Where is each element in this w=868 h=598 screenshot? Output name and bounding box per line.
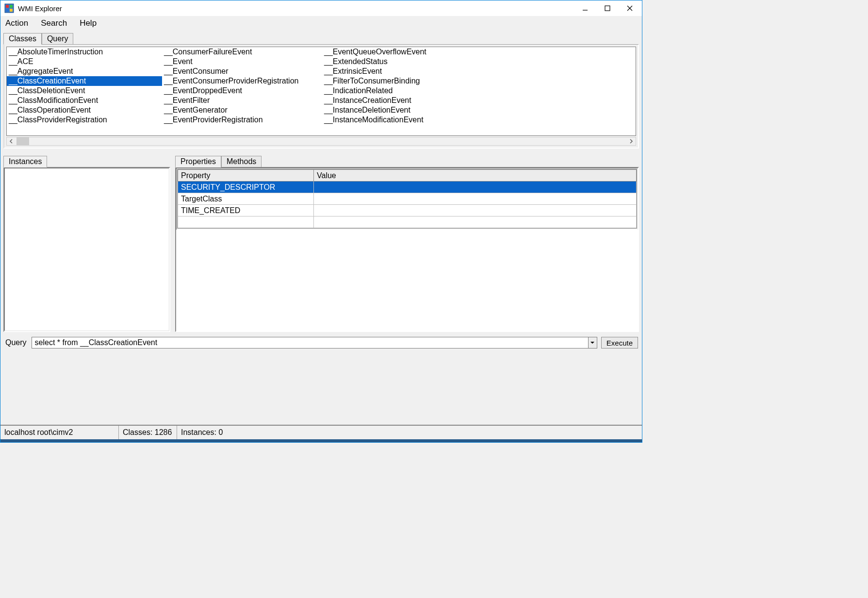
classes-list[interactable]: __AbsoluteTimerInstruction__ACE__Aggrega… bbox=[6, 47, 636, 136]
properties-empty-area bbox=[176, 230, 638, 331]
menu-action[interactable]: Action bbox=[3, 17, 30, 29]
cell-value bbox=[314, 193, 637, 205]
col-property[interactable]: Property bbox=[178, 170, 314, 182]
table-row[interactable]: SECURITY_DESCRIPTOR bbox=[178, 182, 637, 193]
class-item[interactable]: __EventQueueOverflowEvent bbox=[322, 47, 487, 57]
class-item[interactable]: __InstanceCreationEvent bbox=[322, 96, 487, 105]
chevron-down-icon bbox=[590, 340, 595, 345]
menu-search[interactable]: Search bbox=[39, 17, 69, 29]
cell-value bbox=[314, 205, 637, 216]
class-item[interactable]: __ClassOperationEvent bbox=[7, 105, 162, 115]
scroll-thumb[interactable] bbox=[16, 137, 29, 145]
col-value[interactable]: Value bbox=[314, 170, 637, 182]
svg-rect-6 bbox=[605, 6, 610, 11]
window-title: WMI Explorer bbox=[18, 4, 62, 13]
class-item[interactable]: __EventConsumer bbox=[162, 66, 322, 76]
classes-hscrollbar[interactable] bbox=[6, 137, 636, 146]
query-row: Query select * from __ClassCreationEvent… bbox=[3, 336, 639, 350]
status-classes-count: Classes: 1286 bbox=[119, 426, 177, 439]
svg-rect-3 bbox=[6, 9, 9, 12]
class-item[interactable]: __InstanceDeletionEvent bbox=[322, 105, 487, 115]
execute-button[interactable]: Execute bbox=[601, 337, 638, 349]
tab-classes[interactable]: Classes bbox=[3, 33, 42, 45]
tab-instances[interactable]: Instances bbox=[3, 156, 47, 167]
class-item[interactable]: __ClassModificationEvent bbox=[7, 96, 162, 105]
class-item[interactable]: __AbsoluteTimerInstruction bbox=[7, 47, 162, 57]
scroll-left-icon[interactable] bbox=[7, 137, 16, 145]
cell-property: TargetClass bbox=[178, 193, 314, 205]
query-label: Query bbox=[4, 338, 28, 347]
class-item[interactable]: __FilterToConsumerBinding bbox=[322, 76, 487, 86]
query-combo[interactable]: select * from __ClassCreationEvent bbox=[32, 337, 597, 349]
class-item[interactable]: __ConsumerFailureEvent bbox=[162, 47, 322, 57]
cell-property: SECURITY_DESCRIPTOR bbox=[178, 182, 314, 193]
class-item[interactable]: __ClassDeletionEvent bbox=[7, 86, 162, 96]
tab-query[interactable]: Query bbox=[42, 33, 74, 44]
minimize-button[interactable] bbox=[574, 1, 596, 16]
table-row[interactable]: TargetClass bbox=[178, 193, 637, 205]
maximize-button[interactable] bbox=[596, 1, 619, 16]
class-item[interactable]: __EventFilter bbox=[162, 96, 322, 105]
status-host-namespace: localhost root\cimv2 bbox=[0, 426, 119, 439]
cell-property: TIME_CREATED bbox=[178, 205, 314, 216]
class-item[interactable]: __EventConsumerProviderRegistration bbox=[162, 76, 322, 86]
properties-table[interactable]: Property Value SECURITY_DESCRIPTORTarget… bbox=[178, 169, 637, 228]
properties-panel: Property Value SECURITY_DESCRIPTORTarget… bbox=[175, 167, 639, 332]
bottom-border bbox=[0, 439, 642, 442]
app-window: WMI Explorer Action Search Help Classes … bbox=[0, 0, 642, 443]
class-column: __EventQueueOverflowEvent__ExtendedStatu… bbox=[322, 47, 487, 125]
close-button[interactable] bbox=[619, 1, 641, 16]
query-input[interactable]: select * from __ClassCreationEvent bbox=[32, 337, 588, 348]
cell-value bbox=[314, 216, 637, 228]
titlebar: WMI Explorer bbox=[0, 0, 642, 16]
query-dropdown-button[interactable] bbox=[588, 337, 597, 348]
tabs-top: Classes Query bbox=[3, 31, 639, 44]
tab-methods[interactable]: Methods bbox=[221, 156, 262, 167]
class-item[interactable]: __AggregateEvent bbox=[7, 66, 162, 76]
class-item[interactable]: __ACE bbox=[7, 57, 162, 66]
menu-help[interactable]: Help bbox=[78, 17, 98, 29]
class-item[interactable]: __EventProviderRegistration bbox=[162, 115, 322, 125]
table-row[interactable] bbox=[178, 216, 637, 228]
class-item[interactable]: __ExtrinsicEvent bbox=[322, 66, 487, 76]
class-column: __ConsumerFailureEvent__Event__EventCons… bbox=[162, 47, 322, 125]
class-item[interactable]: __InstanceModificationEvent bbox=[322, 115, 487, 125]
class-item[interactable]: __EventGenerator bbox=[162, 105, 322, 115]
table-row[interactable]: TIME_CREATED bbox=[178, 205, 637, 216]
class-item[interactable]: __ClassCreationEvent bbox=[7, 76, 162, 86]
tabs-properties-methods: Properties Methods bbox=[175, 153, 639, 167]
class-item[interactable]: __ExtendedStatus bbox=[322, 57, 487, 66]
tabs-instances: Instances bbox=[3, 153, 170, 167]
mid-row: Instances Properties Methods Property bbox=[3, 153, 639, 332]
svg-rect-2 bbox=[10, 5, 13, 8]
class-column: __AbsoluteTimerInstruction__ACE__Aggrega… bbox=[7, 47, 162, 125]
status-instances-count: Instances: 0 bbox=[177, 426, 642, 439]
cell-value bbox=[314, 182, 637, 193]
app-icon bbox=[4, 3, 14, 13]
class-item[interactable]: __ClassProviderRegistration bbox=[7, 115, 162, 125]
tab-properties[interactable]: Properties bbox=[175, 156, 221, 167]
cell-property bbox=[178, 216, 314, 228]
scroll-right-icon[interactable] bbox=[627, 137, 636, 145]
statusbar: localhost root\cimv2 Classes: 1286 Insta… bbox=[0, 425, 642, 439]
scroll-track[interactable] bbox=[16, 137, 627, 145]
svg-rect-4 bbox=[10, 9, 13, 12]
properties-column: Properties Methods Property Value bbox=[175, 153, 639, 332]
class-item[interactable]: __IndicationRelated bbox=[322, 86, 487, 96]
content-area: Classes Query __AbsoluteTimerInstruction… bbox=[0, 31, 642, 425]
class-item[interactable]: __Event bbox=[162, 57, 322, 66]
classes-panel: __AbsoluteTimerInstruction__ACE__Aggrega… bbox=[3, 44, 639, 149]
class-item[interactable]: __EventDroppedEvent bbox=[162, 86, 322, 96]
instances-column: Instances bbox=[3, 153, 170, 332]
instances-list[interactable] bbox=[3, 167, 170, 332]
properties-table-wrap: Property Value SECURITY_DESCRIPTORTarget… bbox=[177, 169, 637, 229]
svg-rect-1 bbox=[6, 5, 9, 8]
menubar: Action Search Help bbox=[0, 16, 642, 31]
